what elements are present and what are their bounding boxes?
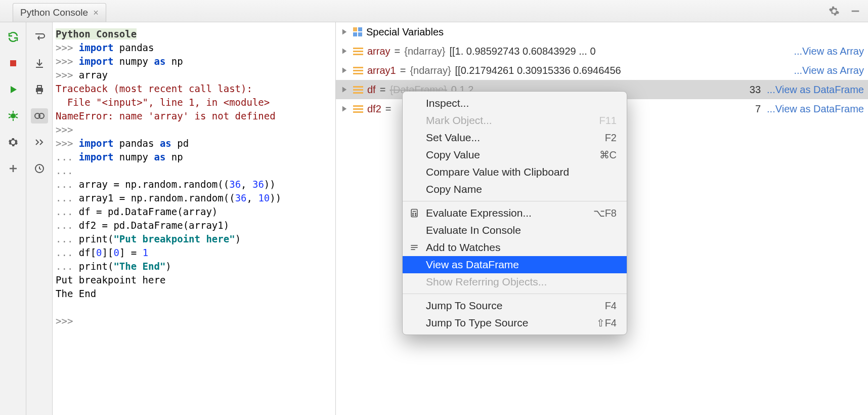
code-line: >>> [56, 314, 332, 328]
expand-icon[interactable] [340, 105, 349, 112]
close-icon[interactable]: × [93, 8, 99, 18]
menu-compare-clipboard[interactable]: Compare Value with Clipboard [403, 163, 627, 181]
print-button[interactable] [31, 82, 48, 97]
ndarray-icon [353, 48, 363, 55]
traceback-line: NameError: name 'array' is not defined [56, 109, 332, 123]
left-gutter [0, 22, 26, 415]
svg-rect-18 [411, 210, 417, 217]
history-button[interactable] [31, 161, 48, 176]
calculator-icon [409, 208, 420, 219]
menu-separator [403, 294, 627, 294]
code-line: ... import numpy as np [56, 150, 332, 164]
code-line: ... array1 = np.random.random((36, 10)) [56, 191, 332, 205]
var-row-array1[interactable]: array1 = {ndarray} [[0.21794261 0.309153… [336, 61, 868, 80]
svg-point-2 [11, 113, 16, 118]
svg-point-20 [413, 213, 414, 214]
ndarray-icon [353, 67, 363, 74]
expand-icon[interactable] [340, 48, 349, 55]
menu-inspect[interactable]: Inspect... [403, 95, 627, 112]
python-console-tab[interactable]: Python Console × [13, 3, 106, 22]
svg-point-21 [415, 213, 416, 214]
rerun-button[interactable] [5, 29, 22, 45]
svg-rect-14 [37, 91, 41, 94]
console-heading: Python Console [56, 28, 137, 39]
debug-button[interactable] [5, 108, 22, 123]
console-toolbar [26, 22, 53, 415]
code-line: ... print("The End") [56, 260, 332, 273]
scroll-to-end-button[interactable] [31, 56, 48, 71]
view-as-array-link[interactable]: ...View as Array [794, 62, 864, 79]
tab-title: Python Console [20, 7, 88, 18]
watches-icon [409, 242, 420, 253]
svg-line-6 [16, 114, 18, 115]
code-line: >>> import pandas as pd [56, 137, 332, 150]
traceback-line: File "<input>", line 1, in <module> [56, 96, 332, 109]
show-vars-button[interactable] [31, 108, 48, 123]
output-line: Put breakpoint here [56, 273, 332, 287]
code-line: >>> import numpy as np [56, 55, 332, 68]
output-line: The End [56, 287, 332, 301]
history-next-button[interactable] [31, 135, 48, 150]
gear-icon[interactable] [829, 6, 840, 17]
svg-rect-13 [37, 86, 41, 88]
code-line: ... df2 = pd.DataFrame(array1) [56, 219, 332, 232]
code-line: ... df[0][0] = 1 [56, 246, 332, 260]
menu-view-as-dataframe[interactable]: View as DataFrame [403, 256, 627, 273]
view-as-dataframe-link[interactable]: ...View as DataFrame [767, 81, 864, 98]
code-line [56, 301, 332, 314]
special-vars-icon [353, 27, 362, 36]
var-row-special[interactable]: Special Variables [336, 22, 868, 42]
menu-separator [403, 201, 627, 201]
svg-rect-1 [10, 60, 16, 66]
code-line: >>> array [56, 68, 332, 82]
svg-point-22 [413, 215, 414, 216]
menu-show-referring: Show Referring Objects... [403, 273, 627, 290]
menu-jump-to-source[interactable]: Jump To SourceF4 [403, 297, 627, 314]
dataframe-icon [353, 86, 363, 94]
expand-icon[interactable] [340, 86, 349, 93]
expand-icon[interactable] [340, 28, 349, 35]
minimize-icon[interactable] [850, 6, 861, 17]
menu-evaluate-console[interactable]: Evaluate In Console [403, 222, 627, 239]
view-as-array-link[interactable]: ...View as Array [794, 43, 864, 60]
var-label: Special Variables [366, 23, 444, 40]
var-name: array [367, 43, 390, 60]
var-name: array1 [367, 62, 396, 79]
code-line: ... [56, 164, 332, 178]
var-name: df [367, 81, 376, 98]
menu-add-watches[interactable]: Add to Watches [403, 239, 627, 256]
view-as-dataframe-link[interactable]: ...View as DataFrame [767, 100, 864, 117]
menu-evaluate-expression[interactable]: Evaluate Expression...⌥F8 [403, 204, 627, 222]
context-menu: Inspect... Mark Object...F11 Set Value..… [402, 91, 627, 335]
dataframe-icon [353, 105, 363, 113]
svg-line-5 [9, 114, 11, 115]
menu-copy-value[interactable]: Copy Value⌘C [403, 146, 627, 163]
var-name: df2 [367, 100, 381, 117]
add-button[interactable] [5, 161, 22, 176]
console-editor[interactable]: Python Console >>> import pandas >>> imp… [53, 22, 336, 415]
code-line: ... array = np.random.random((36, 36)) [56, 178, 332, 191]
run-button[interactable] [5, 82, 22, 97]
traceback-line: Traceback (most recent call last): [56, 82, 332, 96]
code-line: ... print("Put breakpoint here") [56, 232, 332, 246]
menu-copy-name[interactable]: Copy Name [403, 181, 627, 198]
svg-point-23 [415, 215, 416, 216]
stop-button[interactable] [5, 56, 22, 71]
code-line: ... df = pd.DataFrame(array) [56, 205, 332, 219]
menu-set-value[interactable]: Set Value...F2 [403, 129, 627, 146]
soft-wrap-button[interactable] [31, 29, 48, 45]
settings-button[interactable] [5, 135, 22, 150]
menu-mark-object: Mark Object...F11 [403, 112, 627, 129]
svg-line-7 [9, 117, 11, 118]
tab-bar: Python Console × [0, 0, 868, 22]
menu-jump-to-type-source[interactable]: Jump To Type Source⇧F4 [403, 314, 627, 331]
code-line: >>> import pandas [56, 41, 332, 55]
svg-line-8 [16, 117, 18, 118]
expand-icon[interactable] [340, 67, 349, 74]
code-line: >>> [56, 123, 332, 137]
var-row-array[interactable]: array = {ndarray} [[1. 0.98592743 0.6084… [336, 42, 868, 61]
